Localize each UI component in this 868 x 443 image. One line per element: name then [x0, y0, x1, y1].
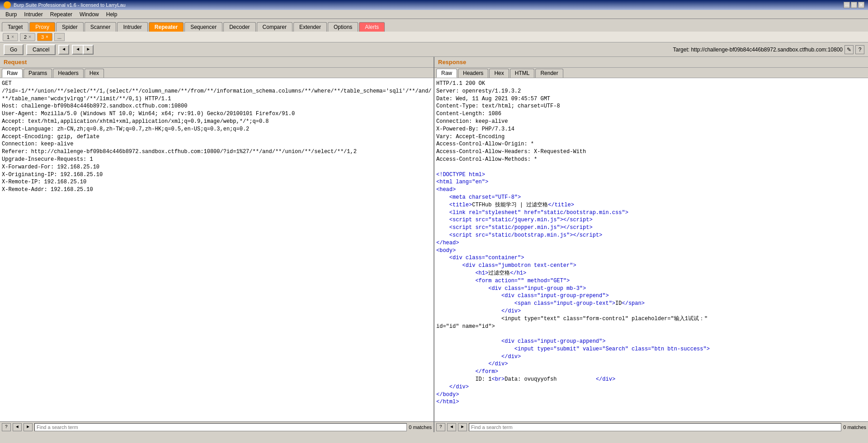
- menu-repeater[interactable]: Repeater: [47, 10, 76, 19]
- request-match-count: 0 matches: [409, 424, 432, 430]
- response-search-prev-button[interactable]: ◄: [447, 423, 456, 431]
- app-icon: [4, 1, 11, 9]
- menu-bar: Burp Intruder Repeater Window Help: [0, 10, 868, 19]
- target-label: Target: http://challenge-bf09b84c446b897…: [673, 47, 843, 53]
- menu-burp[interactable]: Burp: [2, 10, 20, 19]
- menu-help[interactable]: Help: [103, 10, 121, 19]
- tab-alerts[interactable]: Alerts: [359, 22, 385, 32]
- request-search-prev-button[interactable]: ◄: [13, 423, 22, 431]
- tab-comparer[interactable]: Comparer: [257, 22, 292, 32]
- help-icon: ?: [859, 47, 862, 53]
- edit-icon: ✎: [847, 47, 851, 53]
- help-button[interactable]: ?: [855, 45, 864, 54]
- request-search-input[interactable]: [34, 423, 407, 431]
- minimize-button[interactable]: —: [844, 2, 850, 8]
- edit-target-button[interactable]: ✎: [844, 45, 854, 54]
- response-tabs: Raw Headers Hex HTML Render: [434, 68, 868, 78]
- window-title: Burp Suite Professional v1.6 - licensed …: [14, 2, 126, 8]
- main-tab-bar: Target Proxy Spider Scanner Intruder Rep…: [0, 19, 868, 32]
- window-controls: — □ ✕: [844, 2, 864, 8]
- tab-extender[interactable]: Extender: [293, 22, 327, 32]
- close-tab-1-icon[interactable]: ×: [11, 34, 14, 39]
- response-tab-raw[interactable]: Raw: [436, 69, 457, 78]
- nav-left-button[interactable]: ◄: [58, 45, 69, 55]
- response-match-count: 0 matches: [843, 424, 866, 430]
- tab-spider[interactable]: Spider: [56, 22, 84, 32]
- close-tab-3-icon[interactable]: ×: [46, 34, 48, 39]
- tab-options[interactable]: Options: [328, 22, 358, 32]
- request-tab-hex[interactable]: Hex: [85, 69, 104, 78]
- tab-intruder[interactable]: Intruder: [117, 22, 147, 32]
- request-content[interactable]: GET /?id=-1/**/union/**/select/**/1,(sel…: [0, 78, 434, 421]
- cancel-button[interactable]: Cancel: [26, 44, 56, 55]
- response-panel: Response Raw Headers Hex HTML Render HTT…: [434, 57, 868, 432]
- tab-target[interactable]: Target: [2, 22, 28, 32]
- menu-intruder[interactable]: Intruder: [20, 10, 46, 19]
- response-content[interactable]: HTTP/1.1 200 OK Server: openresty/1.19.3…: [434, 78, 868, 421]
- request-tabs: Raw Params Headers Hex: [0, 68, 434, 78]
- request-search-next-button[interactable]: ►: [24, 423, 33, 431]
- content-area: Request Raw Params Headers Hex GET /?id=…: [0, 57, 868, 432]
- close-tab-2-icon[interactable]: ×: [28, 34, 31, 39]
- response-tab-html[interactable]: HTML: [510, 69, 535, 78]
- tab-sequencer[interactable]: Sequencer: [184, 22, 222, 32]
- response-tab-render[interactable]: Render: [535, 69, 563, 78]
- response-panel-header: Response: [434, 57, 868, 68]
- response-search-input[interactable]: [469, 423, 841, 431]
- response-tab-headers[interactable]: Headers: [458, 69, 488, 78]
- close-button[interactable]: ✕: [858, 2, 864, 8]
- tab-proxy[interactable]: Proxy: [29, 22, 55, 32]
- repeater-tab-2[interactable]: 2 ×: [20, 33, 35, 41]
- response-tab-hex[interactable]: Hex: [489, 69, 509, 78]
- request-search-help-button[interactable]: ?: [2, 423, 11, 431]
- repeater-tab-3[interactable]: 3 ×: [37, 33, 52, 41]
- tab-decoder[interactable]: Decoder: [223, 22, 255, 32]
- menu-window[interactable]: Window: [76, 10, 103, 19]
- request-panel: Request Raw Params Headers Hex GET /?id=…: [0, 57, 434, 432]
- title-bar: Burp Suite Professional v1.6 - licensed …: [0, 0, 868, 10]
- tab-repeater[interactable]: Repeater: [149, 22, 184, 32]
- nav-right-sub-button[interactable]: ►: [83, 45, 94, 55]
- request-panel-header: Request: [0, 57, 434, 68]
- request-tab-headers[interactable]: Headers: [53, 69, 83, 78]
- repeater-tab-1[interactable]: 1 ×: [3, 33, 18, 41]
- nav-left-icon: ◄: [62, 47, 65, 52]
- target-bar: Target: http://challenge-bf09b84c446b897…: [673, 45, 864, 54]
- request-search-bar: ? ◄ ► 0 matches: [0, 421, 434, 432]
- response-search-bar: ? ◄ ► 0 matches: [434, 421, 868, 432]
- repeater-toolbar: Go Cancel ◄ ◄ ► Target: http://challenge…: [0, 42, 868, 57]
- request-tab-params[interactable]: Params: [24, 69, 52, 78]
- repeater-sub-tabs: 1 × 2 × 3 × ...: [0, 32, 868, 42]
- tab-scanner[interactable]: Scanner: [85, 22, 117, 32]
- response-search-help-button[interactable]: ?: [436, 423, 445, 431]
- request-tab-raw[interactable]: Raw: [2, 69, 23, 78]
- more-tabs-button[interactable]: ...: [54, 33, 65, 41]
- maximize-button[interactable]: □: [851, 2, 857, 8]
- nav-left-sub-button[interactable]: ◄: [72, 45, 83, 55]
- response-search-next-button[interactable]: ►: [458, 423, 467, 431]
- go-button[interactable]: Go: [4, 44, 24, 55]
